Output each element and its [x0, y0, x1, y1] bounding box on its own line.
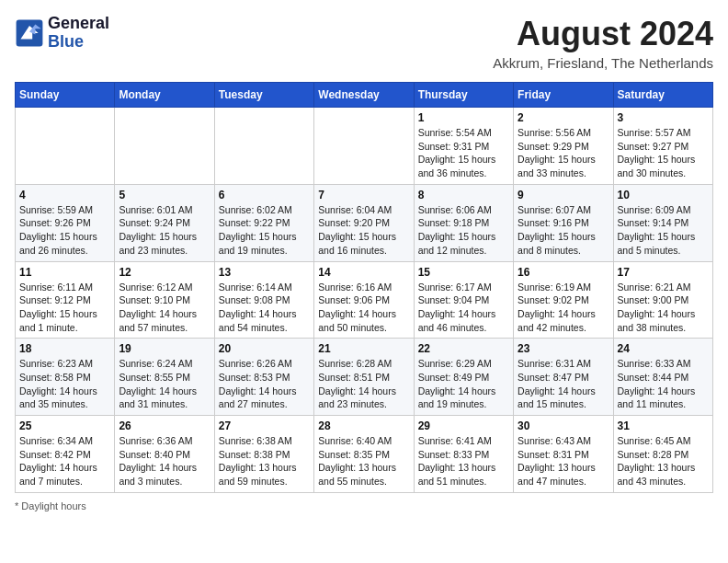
location-title: Akkrum, Friesland, The Netherlands	[493, 55, 713, 71]
day-info: Sunrise: 6:26 AM Sunset: 8:53 PM Dayligh…	[219, 357, 310, 411]
day-header-tuesday: Tuesday	[214, 83, 313, 108]
day-number: 29	[418, 419, 509, 432]
day-info: Sunrise: 6:31 AM Sunset: 8:47 PM Dayligh…	[518, 357, 609, 411]
calendar-cell: 29Sunrise: 6:41 AM Sunset: 8:33 PM Dayli…	[414, 416, 513, 493]
day-info: Sunrise: 6:07 AM Sunset: 9:16 PM Dayligh…	[518, 203, 609, 258]
calendar-cell: 16Sunrise: 6:19 AM Sunset: 9:02 PM Dayli…	[514, 261, 613, 339]
calendar-cell: 8Sunrise: 6:06 AM Sunset: 9:18 PM Daylig…	[414, 184, 513, 261]
day-number: 5	[119, 189, 210, 201]
day-info: Sunrise: 6:14 AM Sunset: 9:08 PM Dayligh…	[219, 281, 310, 335]
day-number: 25	[19, 419, 110, 432]
calendar-cell: 4Sunrise: 5:59 AM Sunset: 9:26 PM Daylig…	[16, 184, 115, 261]
calendar-cell: 9Sunrise: 6:07 AM Sunset: 9:16 PM Daylig…	[514, 184, 613, 261]
calendar-cell: 14Sunrise: 6:16 AM Sunset: 9:06 PM Dayli…	[314, 261, 414, 339]
day-number: 16	[518, 266, 609, 279]
day-number: 6	[219, 189, 310, 201]
day-number: 26	[119, 419, 210, 432]
day-info: Sunrise: 6:01 AM Sunset: 9:24 PM Dayligh…	[119, 203, 210, 258]
day-header-thursday: Thursday	[414, 83, 513, 108]
calendar-cell: 22Sunrise: 6:29 AM Sunset: 8:49 PM Dayli…	[414, 339, 513, 416]
week-row-0: 1Sunrise: 5:54 AM Sunset: 9:31 PM Daylig…	[16, 108, 713, 185]
calendar-cell: 13Sunrise: 6:14 AM Sunset: 9:08 PM Dayli…	[214, 261, 313, 339]
calendar-cell: 21Sunrise: 6:28 AM Sunset: 8:51 PM Dayli…	[314, 339, 414, 416]
day-number: 11	[19, 266, 110, 279]
calendar-cell: 28Sunrise: 6:40 AM Sunset: 8:35 PM Dayli…	[314, 416, 414, 493]
day-header-saturday: Saturday	[613, 83, 712, 108]
day-number: 20	[219, 342, 310, 355]
day-number: 18	[19, 342, 110, 355]
calendar-cell	[115, 108, 214, 185]
month-title: August 2024	[493, 15, 713, 53]
day-info: Sunrise: 6:29 AM Sunset: 8:49 PM Dayligh…	[418, 357, 509, 411]
day-info: Sunrise: 6:11 AM Sunset: 9:12 PM Dayligh…	[19, 281, 110, 335]
day-number: 4	[19, 189, 110, 201]
day-number: 24	[618, 342, 709, 355]
calendar-cell: 31Sunrise: 6:45 AM Sunset: 8:28 PM Dayli…	[613, 416, 712, 493]
day-header-sunday: Sunday	[16, 83, 115, 108]
logo: General Blue	[15, 15, 109, 52]
day-number: 8	[418, 189, 509, 201]
week-row-3: 18Sunrise: 6:23 AM Sunset: 8:58 PM Dayli…	[16, 339, 713, 416]
day-number: 19	[119, 342, 210, 355]
day-info: Sunrise: 5:57 AM Sunset: 9:27 PM Dayligh…	[618, 126, 709, 180]
header: General Blue August 2024 Akkrum, Friesla…	[15, 15, 713, 71]
day-info: Sunrise: 6:21 AM Sunset: 9:00 PM Dayligh…	[618, 281, 709, 335]
calendar-cell: 19Sunrise: 6:24 AM Sunset: 8:55 PM Dayli…	[115, 339, 214, 416]
title-block: August 2024 Akkrum, Friesland, The Nethe…	[493, 15, 713, 71]
day-number: 17	[618, 266, 709, 279]
day-info: Sunrise: 5:54 AM Sunset: 9:31 PM Dayligh…	[418, 126, 509, 180]
day-info: Sunrise: 6:12 AM Sunset: 9:10 PM Dayligh…	[119, 281, 210, 335]
day-info: Sunrise: 6:38 AM Sunset: 8:38 PM Dayligh…	[219, 434, 310, 488]
day-number: 12	[119, 266, 210, 279]
day-number: 3	[618, 111, 709, 124]
day-number: 21	[318, 342, 409, 355]
day-number: 28	[318, 419, 409, 432]
calendar-cell: 2Sunrise: 5:56 AM Sunset: 9:29 PM Daylig…	[514, 108, 613, 185]
day-info: Sunrise: 6:09 AM Sunset: 9:14 PM Dayligh…	[618, 203, 709, 258]
day-info: Sunrise: 6:16 AM Sunset: 9:06 PM Dayligh…	[318, 281, 409, 335]
day-info: Sunrise: 6:19 AM Sunset: 9:02 PM Dayligh…	[518, 281, 609, 335]
week-row-2: 11Sunrise: 6:11 AM Sunset: 9:12 PM Dayli…	[16, 261, 713, 339]
day-number: 13	[219, 266, 310, 279]
calendar-cell: 26Sunrise: 6:36 AM Sunset: 8:40 PM Dayli…	[115, 416, 214, 493]
day-info: Sunrise: 6:28 AM Sunset: 8:51 PM Dayligh…	[318, 357, 409, 411]
day-number: 27	[219, 419, 310, 432]
calendar-cell: 5Sunrise: 6:01 AM Sunset: 9:24 PM Daylig…	[115, 184, 214, 261]
day-number: 31	[618, 419, 709, 432]
calendar-cell: 17Sunrise: 6:21 AM Sunset: 9:00 PM Dayli…	[613, 261, 712, 339]
calendar-cell: 27Sunrise: 6:38 AM Sunset: 8:38 PM Dayli…	[214, 416, 313, 493]
logo-text: General Blue	[48, 15, 109, 52]
day-info: Sunrise: 6:45 AM Sunset: 8:28 PM Dayligh…	[618, 434, 709, 488]
day-info: Sunrise: 6:40 AM Sunset: 8:35 PM Dayligh…	[318, 434, 409, 488]
calendar-cell: 10Sunrise: 6:09 AM Sunset: 9:14 PM Dayli…	[613, 184, 712, 261]
calendar-cell: 12Sunrise: 6:12 AM Sunset: 9:10 PM Dayli…	[115, 261, 214, 339]
week-row-1: 4Sunrise: 5:59 AM Sunset: 9:26 PM Daylig…	[16, 184, 713, 261]
day-number: 2	[518, 111, 609, 124]
logo-icon	[15, 18, 44, 48]
calendar-cell: 6Sunrise: 6:02 AM Sunset: 9:22 PM Daylig…	[214, 184, 313, 261]
calendar-cell: 20Sunrise: 6:26 AM Sunset: 8:53 PM Dayli…	[214, 339, 313, 416]
calendar-cell: 3Sunrise: 5:57 AM Sunset: 9:27 PM Daylig…	[613, 108, 712, 185]
day-header-wednesday: Wednesday	[314, 83, 414, 108]
day-number: 14	[318, 266, 409, 279]
day-info: Sunrise: 6:33 AM Sunset: 8:44 PM Dayligh…	[618, 357, 709, 411]
calendar-cell	[314, 108, 414, 185]
day-info: Sunrise: 6:17 AM Sunset: 9:04 PM Dayligh…	[418, 281, 509, 335]
day-info: Sunrise: 5:59 AM Sunset: 9:26 PM Dayligh…	[19, 203, 110, 258]
week-row-4: 25Sunrise: 6:34 AM Sunset: 8:42 PM Dayli…	[16, 416, 713, 493]
day-number: 15	[418, 266, 509, 279]
day-number: 30	[518, 419, 609, 432]
day-info: Sunrise: 6:23 AM Sunset: 8:58 PM Dayligh…	[19, 357, 110, 411]
calendar-cell: 25Sunrise: 6:34 AM Sunset: 8:42 PM Dayli…	[16, 416, 115, 493]
day-info: Sunrise: 6:36 AM Sunset: 8:40 PM Dayligh…	[119, 434, 210, 488]
calendar-cell: 7Sunrise: 6:04 AM Sunset: 9:20 PM Daylig…	[314, 184, 414, 261]
day-number: 1	[418, 111, 509, 124]
footer-note-text: Daylight hours	[21, 500, 85, 511]
calendar-cell	[16, 108, 115, 185]
calendar-cell: 18Sunrise: 6:23 AM Sunset: 8:58 PM Dayli…	[16, 339, 115, 416]
calendar-cell: 15Sunrise: 6:17 AM Sunset: 9:04 PM Dayli…	[414, 261, 513, 339]
days-header-row: SundayMondayTuesdayWednesdayThursdayFrid…	[16, 83, 713, 108]
calendar-cell: 23Sunrise: 6:31 AM Sunset: 8:47 PM Dayli…	[514, 339, 613, 416]
calendar-cell	[214, 108, 313, 185]
day-number: 9	[518, 189, 609, 201]
